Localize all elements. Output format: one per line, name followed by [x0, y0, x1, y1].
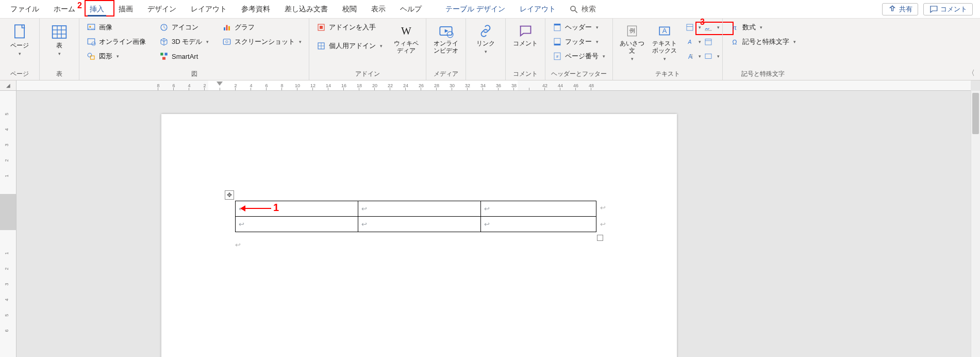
pagenumber-label: ページ番号	[565, 52, 599, 61]
3dmodels-label: 3D モデル	[172, 37, 202, 46]
signature-button[interactable]: ▾	[702, 21, 717, 34]
svg-rect-20	[228, 26, 230, 30]
svg-rect-18	[224, 27, 225, 30]
smartart-icon	[159, 52, 169, 61]
table-resize-handle[interactable]	[597, 235, 603, 241]
wordart-button[interactable]: A▾	[683, 35, 699, 48]
insert-comment-button[interactable]: コメント	[511, 21, 540, 47]
group-tables: 表 ▾ 表	[40, 19, 79, 80]
group-symbols-label: 記号と特殊文字	[728, 69, 798, 80]
symbol-button[interactable]: Ω記号と特殊文字▾	[728, 35, 798, 48]
shapes-icon	[87, 52, 96, 61]
get-addins-button[interactable]: アドインを入手	[314, 21, 385, 34]
greeting-button[interactable]: 例 あいさつ文 ▾	[618, 21, 646, 61]
footer-button[interactable]: フッター▾	[551, 35, 607, 48]
pages-button[interactable]: ページ ▾	[5, 21, 34, 56]
scrollbar-vertical[interactable]	[971, 91, 980, 357]
equation-icon: π	[730, 23, 739, 32]
table-cell[interactable]: ↩	[481, 201, 596, 217]
equation-button[interactable]: π数式▾	[728, 21, 798, 34]
pages-label: ページ	[10, 42, 29, 50]
share-button[interactable]: 共有	[882, 3, 918, 15]
tab-help[interactable]: ヘルプ	[393, 0, 429, 18]
page[interactable]: ✥ ↩↩↩↩↩↩ ↩ ↩ ↩ 1	[161, 114, 677, 357]
table-cell[interactable]: ↩	[358, 217, 481, 232]
chevron-down-icon: ▾	[699, 54, 701, 59]
pictures-button[interactable]: 画像	[85, 21, 148, 34]
icons-button[interactable]: アイコン	[157, 21, 211, 34]
tab-table-layout[interactable]: レイアウト	[512, 0, 563, 18]
wikipedia-label: ウィキペディア	[393, 40, 420, 55]
3dmodels-button[interactable]: 3D モデル▾	[157, 35, 211, 48]
smartart-button[interactable]: SmartArt	[157, 50, 211, 63]
tab-home[interactable]: ホーム	[46, 0, 82, 18]
tab-view[interactable]: 表示	[364, 0, 393, 18]
quickparts-button[interactable]: ▾	[683, 21, 699, 34]
svg-point-12	[88, 53, 92, 57]
comments-button[interactable]: コメント	[923, 3, 973, 15]
tab-review[interactable]: 校閲	[335, 0, 364, 18]
table-cell[interactable]: ↩	[358, 201, 481, 217]
svg-text:A: A	[688, 39, 692, 45]
object-button[interactable]: ▾	[702, 50, 717, 63]
tab-references[interactable]: 参考資料	[234, 0, 277, 18]
ruler-vertical[interactable]: 543211123456	[0, 91, 16, 357]
textbox-label: テキストボックス	[650, 40, 679, 55]
textbox-button[interactable]: A テキストボックス ▾	[649, 21, 680, 61]
tab-mailings[interactable]: 差し込み文書	[277, 0, 335, 18]
svg-rect-17	[162, 57, 165, 60]
ribbon-collapse-button[interactable]: 〈	[968, 69, 975, 78]
chart-button[interactable]: グラフ	[220, 21, 304, 34]
group-pages: ページ ▾ ページ	[0, 19, 40, 80]
shapes-button[interactable]: 図形▾	[85, 50, 148, 63]
addins-icon	[317, 41, 326, 51]
table-move-handle[interactable]: ✥	[225, 190, 234, 200]
chevron-down-icon: ▾	[603, 54, 605, 59]
link-icon	[478, 24, 493, 38]
pictures-label: 画像	[99, 23, 112, 32]
ruler-corner: ◢	[0, 80, 16, 91]
svg-text:Ω: Ω	[733, 39, 737, 46]
chevron-down-icon: ▾	[596, 25, 599, 30]
search-box[interactable]: 検索	[569, 5, 596, 14]
group-media: オンラインビデオ メディア	[426, 19, 466, 80]
wikipedia-button[interactable]: W ウィキペディア	[392, 21, 421, 55]
icons-label: アイコン	[172, 23, 198, 32]
comment-icon	[929, 5, 938, 14]
wordart-icon: A	[685, 37, 694, 46]
dropcap-button[interactable]: A▾	[683, 50, 699, 63]
online-video-button[interactable]: オンラインビデオ	[431, 21, 460, 55]
workspace: ◢ 86422468101214161820222426283032343638…	[0, 80, 980, 357]
svg-text:A: A	[688, 53, 692, 60]
share-icon	[888, 5, 897, 14]
my-addins-button[interactable]: 個人用アドイン▾	[314, 39, 385, 53]
tab-layout[interactable]: レイアウト	[184, 0, 234, 18]
chevron-down-icon: ▾	[485, 50, 487, 54]
scrollbar-thumb[interactable]	[972, 93, 979, 134]
header-button[interactable]: ヘッダー▾	[551, 21, 607, 34]
tab-insert[interactable]: 挿入	[82, 0, 111, 18]
table-cell[interactable]: ↩	[481, 217, 596, 232]
pagenumber-button[interactable]: #ページ番号▾	[551, 50, 607, 63]
tab-file[interactable]: ファイル	[3, 0, 46, 18]
tab-draw[interactable]: 描画	[111, 0, 140, 18]
link-button[interactable]: リンク ▾	[471, 21, 500, 54]
screenshot-button[interactable]: スクリーンショット▾	[220, 35, 304, 48]
document-canvas[interactable]: ✥ ↩↩↩↩↩↩ ↩ ↩ ↩ 1	[16, 91, 971, 357]
chart-label: グラフ	[235, 23, 255, 32]
table-cell[interactable]: ↩	[236, 217, 358, 232]
tab-design[interactable]: デザイン	[140, 0, 184, 18]
document-table[interactable]: ↩↩↩↩↩↩	[235, 201, 596, 232]
ruler-horizontal[interactable]: 8642246810121416182022242628303234363842…	[16, 80, 971, 91]
datetime-button[interactable]	[702, 35, 717, 48]
svg-text:例: 例	[629, 27, 635, 34]
menu-bar: 2 ファイル ホーム 挿入 描画 デザイン レイアウト 参考資料 差し込み文書 …	[0, 0, 980, 19]
table-button[interactable]: 表 ▾	[45, 21, 74, 56]
tab-table-design[interactable]: テーブル デザイン	[438, 0, 512, 18]
object-icon	[704, 52, 713, 61]
datetime-icon	[704, 37, 713, 46]
quickparts-icon	[685, 23, 694, 32]
online-pictures-button[interactable]: オンライン画像	[85, 35, 148, 48]
svg-text:π: π	[733, 24, 737, 31]
comment-icon	[518, 24, 533, 38]
